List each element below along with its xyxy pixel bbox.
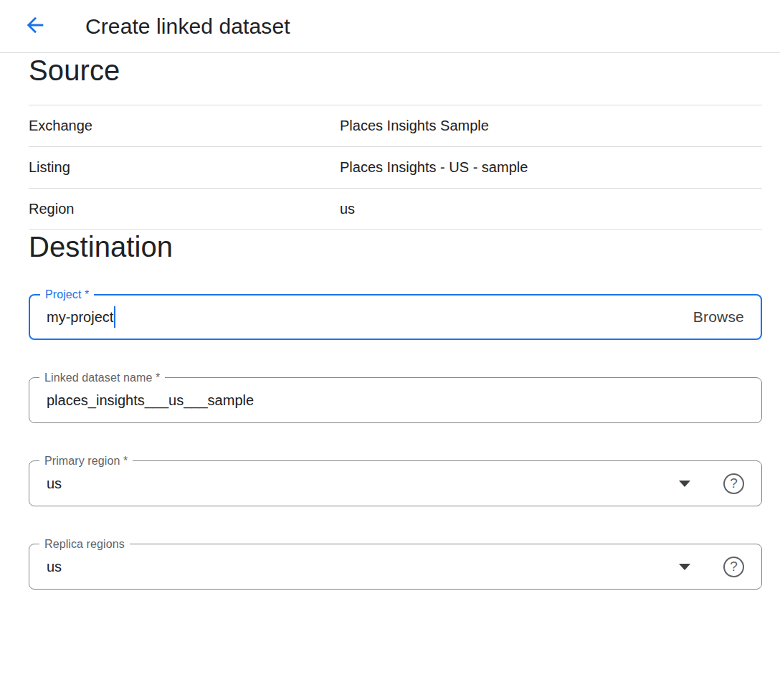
table-row-exchange: Exchange Places Insights Sample [29,105,762,146]
linked-dataset-name-label: Linked dataset name * [39,372,165,384]
source-heading: Source [29,53,762,88]
linked-dataset-name-field[interactable]: Linked dataset name * places_insights___… [29,377,762,423]
destination-heading: Destination [29,230,762,264]
browse-button[interactable]: Browse [693,308,744,326]
help-icon[interactable]: ? [723,473,744,494]
text-cursor [114,306,115,328]
row-label: Exchange [29,118,340,134]
project-input[interactable]: my-project [47,309,113,326]
content: Source Exchange Places Insights Sample L… [29,53,762,590]
page-title: Create linked dataset [85,14,290,39]
arrow-back-icon [23,13,47,39]
chevron-down-icon[interactable] [679,481,690,487]
linked-dataset-name-input[interactable]: places_insights___us___sample [47,392,254,409]
project-field-label: Project * [40,288,94,301]
row-label: Listing [29,159,340,176]
primary-region-select[interactable]: Primary region * us ? [29,460,762,506]
row-label: Region [29,201,340,217]
replica-regions-value: us [47,559,62,575]
row-value: Places Insights - US - sample [340,159,528,176]
table-row-region: Region us [29,188,762,230]
table-row-listing: Listing Places Insights - US - sample [29,146,762,188]
page-header: Create linked dataset [0,0,780,53]
row-value: us [340,201,355,217]
replica-regions-select[interactable]: Replica regions us ? [29,544,762,590]
project-field[interactable]: Project * my-project Browse [29,294,762,340]
back-button[interactable] [23,14,47,39]
chevron-down-icon[interactable] [679,564,690,570]
replica-regions-label: Replica regions [39,538,130,551]
source-table: Exchange Places Insights Sample Listing … [29,105,762,230]
primary-region-value: us [47,476,62,492]
help-icon[interactable]: ? [723,557,744,577]
primary-region-label: Primary region * [39,455,133,468]
row-value: Places Insights Sample [340,118,489,134]
